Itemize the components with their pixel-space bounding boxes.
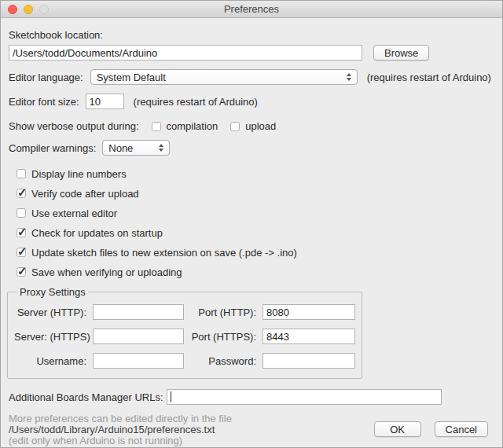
editor-language-row: Editor language: System Default (require…: [9, 69, 494, 85]
server-https-input[interactable]: [93, 329, 184, 344]
window-title: Preferences: [224, 3, 279, 15]
editor-language-value: System Default: [97, 72, 342, 83]
port-https-label: Port (HTTPS):: [190, 331, 256, 343]
sketchbook-row: Browse: [9, 45, 494, 61]
port-http-label: Port (HTTP):: [190, 307, 256, 318]
password-input[interactable]: [263, 353, 355, 369]
ok-button[interactable]: OK: [374, 421, 421, 437]
verbose-output-label: Show verbose output during:: [9, 120, 139, 132]
editor-language-select[interactable]: System Default: [90, 69, 358, 85]
use-external-editor-label: Use external editor: [31, 207, 117, 219]
server-http-label: Server (HTTP):: [14, 307, 86, 318]
use-external-editor-checkbox[interactable]: [17, 208, 26, 218]
port-http-input[interactable]: [263, 304, 355, 320]
verify-code-after-upload-option[interactable]: Verify code after upload: [17, 187, 494, 200]
footer-line3: (edit only when Arduino is not running): [9, 435, 494, 446]
save-when-verifying-label: Save when verifying or uploading: [31, 266, 182, 278]
editor-font-size-label: Editor font size:: [9, 96, 79, 108]
preferences-dialog: Preferences Sketchbook location: Browse …: [0, 0, 503, 448]
server-https-label: Server: (HTTPS): [14, 331, 86, 343]
compilation-checkbox-label: compilation: [167, 120, 218, 132]
update-sketch-files-option[interactable]: Update sketch files to new extension on …: [17, 246, 494, 259]
compiler-warnings-select[interactable]: None: [102, 140, 170, 156]
boards-manager-row: Additional Boards Manager URLs:: [9, 389, 494, 405]
proxy-settings-legend: Proxy Settings: [17, 286, 88, 298]
close-button-icon[interactable]: [8, 5, 17, 14]
cancel-button[interactable]: Cancel: [435, 421, 488, 437]
verbose-compilation-option[interactable]: compilation: [152, 120, 218, 132]
sketchbook-location-label: Sketchbook location:: [9, 29, 494, 41]
check-for-updates-label: Check for updates on startup: [31, 227, 163, 239]
username-label: Username:: [14, 355, 86, 367]
save-when-verifying-option[interactable]: Save when verifying or uploading: [17, 266, 494, 278]
browse-button[interactable]: Browse: [373, 45, 429, 61]
dropdown-arrows-icon: [347, 73, 351, 81]
proxy-settings-grid: Server (HTTP): Port (HTTP): Server: (HTT…: [14, 304, 355, 369]
port-https-input[interactable]: [263, 329, 355, 344]
traffic-lights: [8, 5, 49, 14]
verify-code-after-upload-checkbox[interactable]: [17, 189, 26, 198]
upload-checkbox[interactable]: [230, 122, 240, 131]
upload-checkbox-label: upload: [245, 120, 276, 132]
display-line-numbers-label: Display line numbers: [31, 168, 127, 180]
editor-font-size-note: (requires restart of Arduino): [134, 96, 258, 108]
compiler-warnings-label: Compiler warnings:: [9, 142, 96, 154]
dialog-actions: OK Cancel: [374, 421, 488, 437]
editor-font-size-row: Editor font size: (requires restart of A…: [9, 94, 494, 109]
boards-manager-label: Additional Boards Manager URLs:: [9, 391, 163, 403]
minimize-button-icon[interactable]: [24, 5, 33, 14]
sketchbook-location-input[interactable]: [9, 45, 362, 61]
display-line-numbers-option[interactable]: Display line numbers: [17, 167, 494, 180]
boards-manager-urls-input[interactable]: [167, 389, 442, 405]
check-for-updates-checkbox[interactable]: [17, 228, 26, 237]
check-for-updates-option[interactable]: Check for updates on startup: [17, 226, 494, 239]
password-label: Password:: [190, 355, 256, 367]
verbose-upload-option[interactable]: upload: [230, 120, 276, 132]
use-external-editor-option[interactable]: Use external editor: [17, 207, 494, 219]
title-bar[interactable]: Preferences: [1, 1, 502, 18]
zoom-button-icon: [39, 5, 49, 14]
save-when-verifying-checkbox[interactable]: [17, 267, 26, 277]
verify-code-after-upload-label: Verify code after upload: [31, 188, 139, 200]
verbose-output-row: Show verbose output during: compilation …: [9, 120, 494, 132]
update-sketch-files-checkbox[interactable]: [17, 248, 26, 257]
text-cursor: [171, 391, 171, 402]
dialog-content: Sketchbook location: Browse Editor langu…: [1, 29, 502, 446]
compiler-warnings-row: Compiler warnings: None: [9, 140, 494, 156]
compiler-warnings-value: None: [108, 142, 154, 154]
editor-font-size-input[interactable]: [86, 94, 124, 109]
editor-language-label: Editor language:: [9, 72, 83, 83]
username-input[interactable]: [93, 353, 184, 369]
server-http-input[interactable]: [93, 304, 184, 320]
options-checkbox-list: Display line numbers Verify code after u…: [9, 167, 494, 278]
display-line-numbers-checkbox[interactable]: [17, 169, 26, 178]
proxy-settings-group: Proxy Settings Server (HTTP): Port (HTTP…: [7, 286, 362, 379]
editor-language-note: (requires restart of Arduino): [367, 72, 491, 83]
compilation-checkbox[interactable]: [152, 122, 161, 131]
dropdown-arrows-icon: [159, 144, 163, 152]
update-sketch-files-label: Update sketch files to new extension on …: [31, 247, 297, 259]
